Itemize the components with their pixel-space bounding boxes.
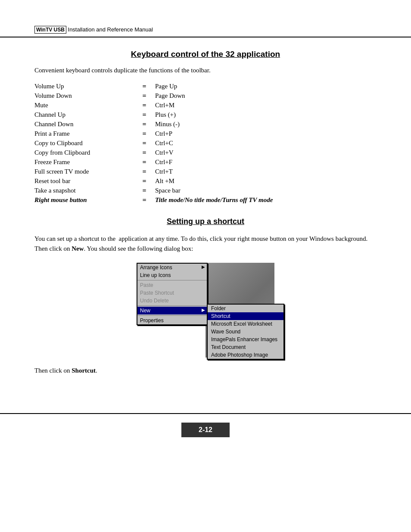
shortcut-action: Volume Down: [34, 91, 134, 101]
shortcut-action: Freeze Frame: [34, 158, 134, 167]
then-click-text: Then click on Shortcut.: [34, 367, 377, 374]
brand-label: WinTV USB: [34, 26, 66, 34]
table-row: Print a Frame=Ctrl+P: [34, 129, 377, 139]
shortcut-action: Reset tool bar: [34, 177, 134, 186]
shortcut-key: Page Up: [155, 82, 377, 91]
ctx-paste: Paste: [137, 281, 207, 289]
ctx-lineup-icons: Line up Icons: [137, 271, 207, 279]
ctx-arrange-icons: Arrange Icons: [137, 264, 207, 271]
context-menu-wrapper: Arrange Icons Line up Icons Paste Paste …: [137, 263, 274, 358]
shortcut-action: Mute: [34, 101, 134, 110]
shortcut-eq: =: [134, 158, 155, 167]
ctx-divider3: [137, 315, 207, 316]
shortcut-eq: =: [134, 110, 155, 120]
submenu-folder[interactable]: Folder: [208, 305, 283, 312]
table-row: Take a snapshot= Space bar: [34, 186, 377, 196]
page-number: 2-12: [181, 423, 230, 437]
shortcut-key: Title mode/No title mode/Turns off TV mo…: [155, 196, 377, 205]
main-content: Keyboard control of the 32 application C…: [0, 50, 411, 404]
table-row: Right mouse button=Title mode/No title m…: [34, 196, 377, 205]
shortcut-key: Ctrl+T: [155, 167, 377, 177]
shortcut-eq: =: [134, 82, 155, 91]
shortcut-eq: =: [134, 91, 155, 101]
page-header: WinTV USB Installation and Reference Man…: [0, 0, 411, 37]
section2-title: Setting up a shortcut: [34, 217, 377, 226]
shortcut-eq: =: [134, 139, 155, 148]
shortcut-action: Full screen TV mode: [34, 167, 134, 177]
page-footer: 2-12: [0, 413, 411, 437]
submenu-excel[interactable]: Microsoft Excel Worksheet: [208, 320, 283, 328]
shortcut-eq: =: [134, 177, 155, 186]
shortcut-key: Ctrl+C: [155, 139, 377, 148]
shortcut-action: Channel Down: [34, 120, 134, 129]
shortcut-eq: =: [134, 196, 155, 205]
ctx-divider1: [137, 280, 207, 280]
shortcut-key: Space bar: [155, 186, 377, 196]
submenu-new: Folder Shortcut Microsoft Excel Workshee…: [207, 304, 284, 360]
shortcut-eq: =: [134, 101, 155, 110]
header-subtitle: Installation and Reference Manual: [68, 26, 153, 33]
shortcut-eq: =: [134, 120, 155, 129]
shortcut-action: Channel Up: [34, 110, 134, 120]
context-menu: Arrange Icons Line up Icons Paste Paste …: [137, 263, 208, 325]
table-row: Freeze Frame=Ctrl+F: [34, 158, 377, 167]
table-row: Copy from Clipboard=Ctrl+V: [34, 148, 377, 158]
table-row: Mute=Ctrl+M: [34, 101, 377, 110]
shortcut-action: Take a snapshot: [34, 186, 134, 196]
section1-title: Keyboard control of the 32 application: [34, 50, 377, 59]
shortcut-eq: =: [134, 148, 155, 158]
submenu-wave[interactable]: Wave Sound: [208, 328, 283, 336]
section2-para: You can set up a shortcut to the applica…: [34, 234, 377, 254]
ctx-divider2: [137, 305, 207, 306]
submenu-photoshop[interactable]: Adobe Photoshop Image: [208, 351, 283, 359]
ctx-new[interactable]: New: [137, 307, 207, 314]
shortcut-key: Ctrl+P: [155, 129, 377, 139]
submenu-shortcut[interactable]: Shortcut: [208, 312, 283, 320]
page: WinTV USB Installation and Reference Man…: [0, 0, 411, 532]
shortcut-key: Ctrl+V: [155, 148, 377, 158]
shortcut-key: Ctrl+F: [155, 158, 377, 167]
screenshot-container: Arrange Icons Line up Icons Paste Paste …: [34, 263, 377, 358]
header-text: WinTV USB Installation and Reference Man…: [34, 26, 153, 33]
ctx-properties[interactable]: Properties: [137, 317, 207, 324]
shortcut-action: Copy to Clipboard: [34, 139, 134, 148]
shortcut-action: Print a Frame: [34, 129, 134, 139]
table-row: Full screen TV mode=Ctrl+T: [34, 167, 377, 177]
ctx-undo-delete: Undo Delete: [137, 297, 207, 305]
shortcut-key: Minus (-): [155, 120, 377, 129]
shortcut-key: Plus (+): [155, 110, 377, 120]
shortcut-action: Right mouse button: [34, 196, 134, 205]
shortcut-action: Volume Up: [34, 82, 134, 91]
submenu-textdoc[interactable]: Text Document: [208, 343, 283, 351]
table-row: Channel Up=Plus (+): [34, 110, 377, 120]
table-row: Reset tool bar=Alt +M: [34, 177, 377, 186]
submenu-imagepals[interactable]: ImagePals Enhancer Images: [208, 336, 283, 343]
shortcut-eq: =: [134, 186, 155, 196]
table-row: Volume Up=Page Up: [34, 82, 377, 91]
table-row: Copy to Clipboard=Ctrl+C: [34, 139, 377, 148]
shortcut-eq: =: [134, 129, 155, 139]
shortcuts-table: Volume Up=Page UpVolume Down=Page DownMu…: [34, 82, 377, 205]
shortcut-key: Alt +M: [155, 177, 377, 186]
table-row: Channel Down=Minus (-): [34, 120, 377, 129]
table-row: Volume Down=Page Down: [34, 91, 377, 101]
section1-intro: Convenient keyboard controls duplicate t…: [34, 67, 377, 74]
shortcut-action: Copy from Clipboard: [34, 148, 134, 158]
shortcut-eq: =: [134, 167, 155, 177]
shortcut-key: Ctrl+M: [155, 101, 377, 110]
shortcut-key: Page Down: [155, 91, 377, 101]
ctx-paste-shortcut: Paste Shortcut: [137, 289, 207, 297]
